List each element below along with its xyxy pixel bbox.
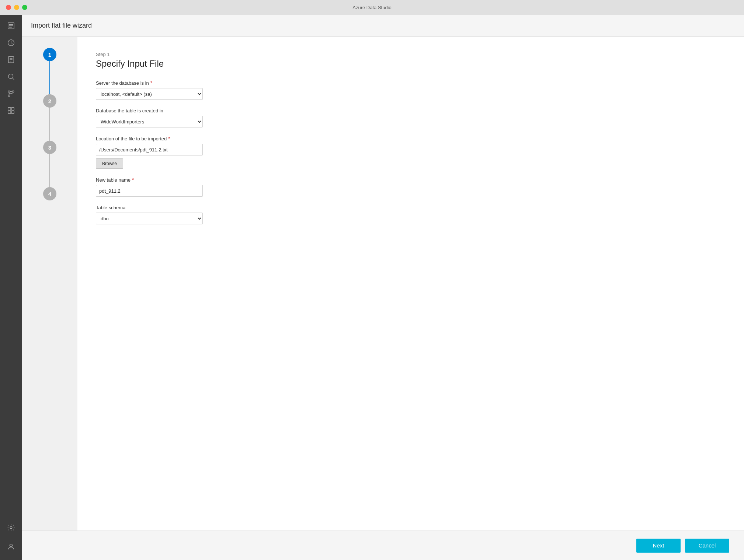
minimize-button[interactable]	[14, 5, 19, 10]
maximize-button[interactable]	[22, 5, 27, 10]
server-select[interactable]: localhost, <default> (sa)	[96, 88, 203, 100]
step-2-line	[49, 108, 50, 141]
close-button[interactable]	[6, 5, 11, 10]
step-2-circle: 2	[43, 94, 56, 108]
sidebar-item-history[interactable]	[4, 35, 18, 50]
step-4: 4	[43, 187, 56, 200]
step-1-line	[49, 61, 50, 94]
svg-point-20	[10, 544, 12, 547]
step-title: Specify Input File	[96, 59, 726, 69]
location-required-star: *	[168, 136, 170, 141]
sidebar-item-search[interactable]	[4, 69, 18, 84]
step-2: 2	[43, 94, 56, 141]
svg-rect-3	[9, 27, 12, 28]
window-title: Azure Data Studio	[352, 5, 392, 10]
server-field-group: Server the database is in * localhost, <…	[96, 80, 726, 100]
step-3-circle: 3	[43, 141, 56, 154]
step-3-line	[49, 154, 50, 187]
sidebar-item-git[interactable]	[4, 86, 18, 101]
form-panel: Step 1 Specify Input File Server the dat…	[77, 37, 744, 531]
step-1: 1	[43, 48, 56, 94]
content-area: Import flat file wizard 1 2 3	[22, 15, 744, 560]
settings-icon[interactable]	[4, 520, 18, 535]
svg-rect-16	[11, 108, 14, 110]
server-label: Server the database is in *	[96, 80, 726, 86]
svg-rect-18	[11, 111, 14, 113]
table-name-field-group: New table name *	[96, 177, 726, 197]
table-name-label: New table name *	[96, 177, 726, 183]
database-label: Database the table is created in	[96, 108, 726, 113]
server-required-star: *	[150, 80, 152, 86]
window-controls	[6, 5, 27, 10]
sidebar-item-extensions[interactable]	[4, 103, 18, 118]
svg-rect-17	[8, 111, 11, 113]
browse-button[interactable]: Browse	[96, 158, 123, 169]
schema-label: Table schema	[96, 205, 726, 210]
location-field-group: Location of the file to be imported * Br…	[96, 136, 726, 169]
step-4-circle: 4	[43, 187, 56, 200]
app-layout: Import flat file wizard 1 2 3	[0, 15, 744, 560]
activity-bar-bottom	[4, 520, 18, 556]
next-button[interactable]: Next	[636, 539, 681, 553]
database-select[interactable]: WideWorldImporters	[96, 116, 203, 127]
database-field-group: Database the table is created in WideWor…	[96, 108, 726, 127]
svg-point-19	[10, 526, 12, 529]
wizard-footer: Next Cancel	[22, 531, 744, 560]
svg-line-10	[13, 78, 14, 80]
account-icon[interactable]	[4, 539, 18, 554]
sidebar-item-explorer[interactable]	[4, 52, 18, 67]
location-label: Location of the file to be imported *	[96, 136, 726, 141]
titlebar: Azure Data Studio	[0, 0, 744, 15]
table-name-input[interactable]	[96, 185, 203, 197]
location-input[interactable]	[96, 144, 203, 155]
wizard-header: Import flat file wizard	[22, 15, 744, 37]
svg-rect-2	[9, 25, 13, 26]
cancel-button[interactable]: Cancel	[685, 539, 729, 553]
activity-bar	[0, 15, 22, 560]
step-3: 3	[43, 141, 56, 187]
table-name-required-star: *	[132, 177, 134, 183]
step-1-circle: 1	[43, 48, 56, 61]
steps-panel: 1 2 3 4	[22, 37, 77, 531]
svg-point-9	[8, 74, 13, 79]
wizard-title: Import flat file wizard	[31, 22, 92, 29]
wizard-body: 1 2 3 4 Step	[22, 37, 744, 531]
svg-rect-15	[8, 108, 11, 110]
svg-rect-1	[9, 24, 13, 25]
schema-select[interactable]: dbo	[96, 213, 203, 224]
svg-point-11	[8, 91, 10, 92]
step-label: Step 1	[96, 52, 726, 57]
sidebar-item-files[interactable]	[4, 18, 18, 33]
schema-field-group: Table schema dbo	[96, 205, 726, 224]
svg-point-12	[8, 95, 10, 97]
